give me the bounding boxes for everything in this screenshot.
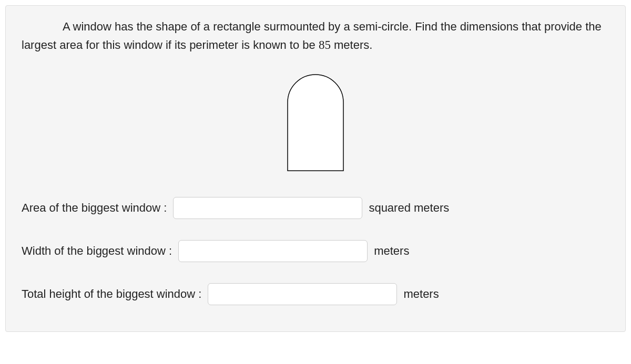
window-shape-icon <box>279 66 352 176</box>
area-label: Area of the biggest window : <box>22 201 167 215</box>
height-row: Total height of the biggest window : met… <box>22 283 609 305</box>
width-input[interactable] <box>178 240 368 262</box>
height-input[interactable] <box>208 283 397 305</box>
area-input[interactable] <box>173 197 362 219</box>
question-container: A window has the shape of a rectangle su… <box>5 5 626 332</box>
question-part-2: meters. <box>331 38 372 51</box>
perimeter-value: 85 <box>319 38 331 51</box>
width-row: Width of the biggest window : meters <box>22 240 609 262</box>
question-text: A window has the shape of a rectangle su… <box>22 17 609 55</box>
width-label: Width of the biggest window : <box>22 244 172 258</box>
height-label: Total height of the biggest window : <box>22 287 201 301</box>
area-unit: squared meters <box>369 201 449 215</box>
width-unit: meters <box>374 244 409 258</box>
question-part-1: A window has the shape of a rectangle su… <box>22 20 602 51</box>
window-diagram <box>22 66 609 176</box>
area-row: Area of the biggest window : squared met… <box>22 197 609 219</box>
height-unit: meters <box>403 287 439 301</box>
